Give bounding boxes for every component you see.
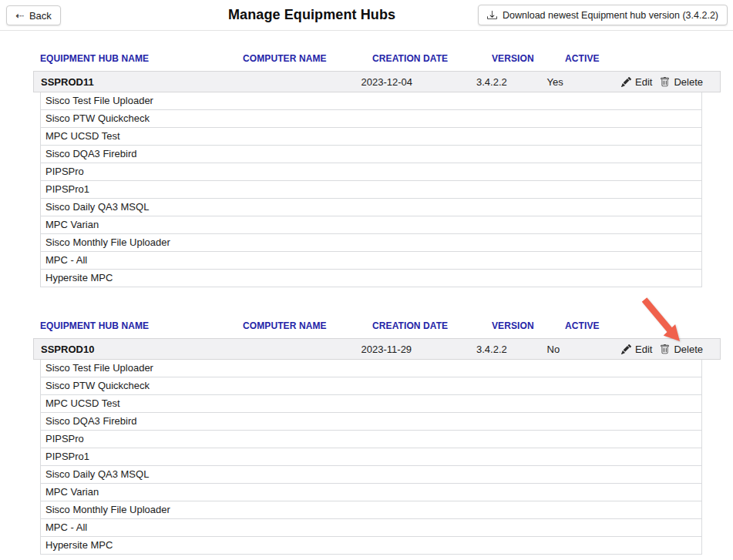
hub-item-row: Hypersite MPC (40, 270, 702, 287)
hub-item-row: Sisco Monthly File Uploader (40, 234, 702, 252)
version: 3.4.2.2 (476, 344, 547, 355)
hub-item-row: MPC - All (40, 519, 702, 537)
col-header-computer-name: COMPUTER NAME (243, 320, 372, 331)
active-value: Yes (547, 76, 621, 88)
trash-icon (660, 344, 670, 354)
version: 3.4.2.2 (476, 76, 547, 88)
hub-item-row: Sisco DQA3 Firebird (40, 413, 702, 431)
download-button-label: Download newest Equipment hub version (3… (503, 10, 718, 21)
hub-item-row: MPC - All (40, 252, 702, 270)
hub-row-ssprod11: SSPROD11 2023-12-04 3.4.2.2 Yes Edit (33, 71, 721, 92)
pencil-icon (621, 77, 631, 87)
hub-item-row: Sisco PTW Quickcheck (40, 377, 702, 395)
back-arrow-icon: ⇠ (15, 11, 24, 21)
active-value: No (547, 344, 621, 355)
hub-item-row: Sisco Test File Uploader (40, 92, 702, 110)
col-header-version: VERSION (492, 320, 565, 331)
delete-link-ssprod10[interactable]: Delete (660, 344, 703, 355)
hub-item-row: PIPSPro (40, 163, 702, 181)
hub-row-ssprod10: SSPROD10 2023-11-29 3.4.2.2 No Edit (33, 338, 721, 360)
hub-table-ssprod11: EQUIPMENT HUB NAME COMPUTER NAME CREATIO… (33, 46, 721, 287)
col-header-creation-date: CREATION DATE (372, 320, 492, 331)
edit-link[interactable]: Edit (621, 344, 652, 355)
hub-item-row: MPC UCSD Test (40, 128, 702, 146)
page-title: Manage Equipment Hubs (228, 7, 395, 23)
col-header-active: ACTIVE (565, 53, 642, 64)
hub-item-row: Sisco Daily QA3 MSQL (40, 199, 702, 216)
delete-link[interactable]: Delete (660, 76, 703, 88)
back-button[interactable]: ⇠ Back (6, 5, 61, 25)
hub-item-row: Sisco Test File Uploader (40, 360, 702, 377)
top-bar: ⇠ Back Manage Equipment Hubs Download ne… (0, 0, 733, 31)
download-newest-version-button[interactable]: Download newest Equipment hub version (3… (478, 5, 728, 25)
edit-link-label: Edit (635, 344, 652, 355)
pencil-icon (621, 344, 631, 354)
hub-name: SSPROD11 (34, 76, 237, 88)
creation-date: 2023-12-04 (361, 76, 476, 88)
delete-link-label: Delete (674, 76, 703, 88)
hub-table-ssprod10: EQUIPMENT HUB NAME COMPUTER NAME CREATIO… (33, 314, 721, 555)
hub-item-row: Sisco DQA3 Firebird (40, 146, 702, 163)
hub-items-list-ssprod10: Sisco Test File Uploader Sisco PTW Quick… (40, 360, 702, 555)
edit-link-label: Edit (635, 76, 652, 88)
back-button-label: Back (29, 10, 52, 22)
col-header-active: ACTIVE (565, 320, 642, 331)
table-header-row: EQUIPMENT HUB NAME COMPUTER NAME CREATIO… (33, 314, 721, 338)
hub-item-row: Sisco Daily QA3 MSQL (40, 466, 702, 484)
col-header-version: VERSION (492, 53, 565, 64)
download-icon (487, 10, 497, 20)
col-header-equipment-hub-name: EQUIPMENT HUB NAME (33, 53, 243, 64)
table-header-row: EQUIPMENT HUB NAME COMPUTER NAME CREATIO… (33, 46, 721, 71)
col-header-computer-name: COMPUTER NAME (243, 53, 372, 64)
hub-item-row: MPC Varian (40, 484, 702, 501)
col-header-equipment-hub-name: EQUIPMENT HUB NAME (33, 320, 243, 331)
hub-item-row: Sisco PTW Quickcheck (40, 110, 702, 128)
hub-item-row: MPC Varian (40, 216, 702, 234)
delete-link-label: Delete (674, 344, 703, 355)
hub-item-row: Sisco Monthly File Uploader (40, 501, 702, 519)
hub-name: SSPROD10 (34, 344, 237, 355)
col-header-creation-date: CREATION DATE (372, 53, 492, 64)
hub-item-row: PIPSPro1 (40, 448, 702, 466)
hub-item-row: PIPSPro1 (40, 181, 702, 199)
hub-item-row: MPC UCSD Test (40, 395, 702, 413)
hub-items-list-ssprod11: Sisco Test File Uploader Sisco PTW Quick… (40, 92, 702, 287)
creation-date: 2023-11-29 (361, 344, 476, 355)
hub-item-row: PIPSPro (40, 431, 702, 448)
edit-link[interactable]: Edit (621, 76, 652, 88)
hub-item-row: Hypersite MPC (40, 537, 702, 555)
trash-icon (660, 77, 670, 87)
